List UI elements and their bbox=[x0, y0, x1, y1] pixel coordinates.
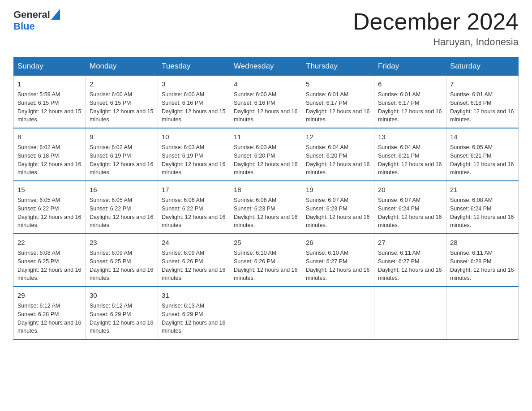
calendar-cell bbox=[374, 287, 446, 339]
day-info: Sunrise: 5:59 AMSunset: 6:15 PMDaylight:… bbox=[17, 90, 82, 124]
day-info: Sunrise: 6:02 AMSunset: 6:19 PMDaylight:… bbox=[90, 143, 154, 177]
day-number: 28 bbox=[450, 238, 515, 247]
day-info: Sunrise: 6:03 AMSunset: 6:20 PMDaylight:… bbox=[234, 143, 298, 177]
day-number: 26 bbox=[306, 238, 370, 247]
day-info: Sunrise: 6:11 AMSunset: 6:28 PMDaylight:… bbox=[450, 249, 515, 283]
day-number: 5 bbox=[306, 79, 370, 89]
logo: General Blue bbox=[13, 9, 60, 32]
calendar-cell: 23Sunrise: 6:09 AMSunset: 6:25 PMDayligh… bbox=[86, 234, 158, 287]
calendar-table: SundayMondayTuesdayWednesdayThursdayFrid… bbox=[13, 57, 519, 340]
day-number: 8 bbox=[17, 132, 82, 141]
day-number: 4 bbox=[234, 79, 298, 89]
logo-general-text: General bbox=[13, 9, 50, 21]
calendar-cell: 25Sunrise: 6:10 AMSunset: 6:26 PMDayligh… bbox=[230, 234, 302, 287]
calendar-cell: 20Sunrise: 6:07 AMSunset: 6:24 PMDayligh… bbox=[374, 181, 446, 234]
day-of-week-header: Tuesday bbox=[158, 57, 230, 76]
day-info: Sunrise: 6:04 AMSunset: 6:20 PMDaylight:… bbox=[306, 143, 370, 177]
day-info: Sunrise: 6:00 AMSunset: 6:15 PMDaylight:… bbox=[90, 90, 154, 124]
day-info: Sunrise: 6:03 AMSunset: 6:19 PMDaylight:… bbox=[162, 143, 226, 177]
day-number: 12 bbox=[306, 132, 370, 141]
calendar-cell: 28Sunrise: 6:11 AMSunset: 6:28 PMDayligh… bbox=[446, 234, 519, 287]
calendar-week-row: 15Sunrise: 6:05 AMSunset: 6:22 PMDayligh… bbox=[14, 181, 519, 234]
page-header: General Blue December 2024 Haruyan, Indo… bbox=[13, 9, 519, 48]
day-info: Sunrise: 6:09 AMSunset: 6:25 PMDaylight:… bbox=[90, 249, 154, 283]
calendar-cell: 9Sunrise: 6:02 AMSunset: 6:19 PMDaylight… bbox=[86, 128, 158, 181]
calendar-cell bbox=[230, 287, 302, 339]
day-info: Sunrise: 6:01 AMSunset: 6:17 PMDaylight:… bbox=[306, 90, 370, 124]
day-of-week-header: Wednesday bbox=[230, 57, 302, 76]
calendar-header-row: SundayMondayTuesdayWednesdayThursdayFrid… bbox=[14, 57, 519, 76]
day-number: 11 bbox=[234, 132, 298, 141]
day-number: 6 bbox=[378, 79, 442, 89]
calendar-cell: 31Sunrise: 6:13 AMSunset: 6:29 PMDayligh… bbox=[158, 287, 230, 339]
calendar-cell: 8Sunrise: 6:02 AMSunset: 6:18 PMDaylight… bbox=[14, 128, 86, 181]
calendar-cell: 24Sunrise: 6:09 AMSunset: 6:26 PMDayligh… bbox=[158, 234, 230, 287]
day-number: 15 bbox=[17, 185, 82, 194]
day-number: 17 bbox=[162, 185, 226, 194]
day-number: 1 bbox=[17, 79, 82, 89]
day-info: Sunrise: 6:07 AMSunset: 6:24 PMDaylight:… bbox=[378, 196, 442, 230]
day-of-week-header: Thursday bbox=[302, 57, 374, 76]
day-info: Sunrise: 6:05 AMSunset: 6:22 PMDaylight:… bbox=[17, 196, 82, 230]
day-info: Sunrise: 6:01 AMSunset: 6:17 PMDaylight:… bbox=[378, 90, 442, 124]
calendar-cell: 26Sunrise: 6:10 AMSunset: 6:27 PMDayligh… bbox=[302, 234, 374, 287]
day-number: 23 bbox=[90, 238, 154, 247]
day-number: 10 bbox=[162, 132, 226, 141]
calendar-week-row: 29Sunrise: 6:12 AMSunset: 6:28 PMDayligh… bbox=[14, 287, 519, 339]
calendar-header-right: December 2024 Haruyan, Indonesia bbox=[353, 9, 519, 48]
calendar-cell: 12Sunrise: 6:04 AMSunset: 6:20 PMDayligh… bbox=[302, 128, 374, 181]
day-number: 2 bbox=[90, 79, 154, 89]
calendar-cell: 4Sunrise: 6:00 AMSunset: 6:16 PMDaylight… bbox=[230, 76, 302, 128]
day-info: Sunrise: 6:10 AMSunset: 6:26 PMDaylight:… bbox=[234, 249, 298, 283]
calendar-subtitle: Haruyan, Indonesia bbox=[353, 36, 519, 48]
calendar-cell: 14Sunrise: 6:05 AMSunset: 6:21 PMDayligh… bbox=[446, 128, 519, 181]
day-number: 3 bbox=[162, 79, 226, 89]
calendar-cell: 1Sunrise: 5:59 AMSunset: 6:15 PMDaylight… bbox=[14, 76, 86, 128]
day-number: 14 bbox=[450, 132, 515, 141]
day-number: 18 bbox=[234, 185, 298, 194]
calendar-cell: 22Sunrise: 6:08 AMSunset: 6:25 PMDayligh… bbox=[14, 234, 86, 287]
calendar-cell: 11Sunrise: 6:03 AMSunset: 6:20 PMDayligh… bbox=[230, 128, 302, 181]
day-info: Sunrise: 6:10 AMSunset: 6:27 PMDaylight:… bbox=[306, 249, 370, 283]
calendar-cell: 6Sunrise: 6:01 AMSunset: 6:17 PMDaylight… bbox=[374, 76, 446, 128]
day-number: 16 bbox=[90, 185, 154, 194]
calendar-cell: 2Sunrise: 6:00 AMSunset: 6:15 PMDaylight… bbox=[86, 76, 158, 128]
day-number: 22 bbox=[17, 238, 82, 247]
day-info: Sunrise: 6:08 AMSunset: 6:24 PMDaylight:… bbox=[450, 196, 515, 230]
calendar-week-row: 8Sunrise: 6:02 AMSunset: 6:18 PMDaylight… bbox=[14, 128, 519, 181]
calendar-cell: 19Sunrise: 6:07 AMSunset: 6:23 PMDayligh… bbox=[302, 181, 374, 234]
day-number: 13 bbox=[378, 132, 442, 141]
day-of-week-header: Friday bbox=[374, 57, 446, 76]
day-number: 24 bbox=[162, 238, 226, 247]
calendar-cell: 7Sunrise: 6:01 AMSunset: 6:18 PMDaylight… bbox=[446, 76, 519, 128]
day-info: Sunrise: 6:05 AMSunset: 6:22 PMDaylight:… bbox=[90, 196, 154, 230]
calendar-cell: 10Sunrise: 6:03 AMSunset: 6:19 PMDayligh… bbox=[158, 128, 230, 181]
day-info: Sunrise: 6:07 AMSunset: 6:23 PMDaylight:… bbox=[306, 196, 370, 230]
logo-triangle-icon bbox=[51, 9, 60, 20]
day-info: Sunrise: 6:02 AMSunset: 6:18 PMDaylight:… bbox=[17, 143, 82, 177]
calendar-week-row: 1Sunrise: 5:59 AMSunset: 6:15 PMDaylight… bbox=[14, 76, 519, 128]
calendar-cell: 21Sunrise: 6:08 AMSunset: 6:24 PMDayligh… bbox=[446, 181, 519, 234]
day-info: Sunrise: 6:00 AMSunset: 6:16 PMDaylight:… bbox=[234, 90, 298, 124]
calendar-cell: 3Sunrise: 6:00 AMSunset: 6:16 PMDaylight… bbox=[158, 76, 230, 128]
day-info: Sunrise: 6:08 AMSunset: 6:25 PMDaylight:… bbox=[17, 249, 82, 283]
day-of-week-header: Sunday bbox=[14, 57, 86, 76]
day-of-week-header: Saturday bbox=[446, 57, 519, 76]
calendar-title: December 2024 bbox=[353, 9, 519, 34]
calendar-cell: 16Sunrise: 6:05 AMSunset: 6:22 PMDayligh… bbox=[86, 181, 158, 234]
calendar-cell: 30Sunrise: 6:12 AMSunset: 6:29 PMDayligh… bbox=[86, 287, 158, 339]
day-info: Sunrise: 6:04 AMSunset: 6:21 PMDaylight:… bbox=[378, 143, 442, 177]
calendar-cell: 18Sunrise: 6:06 AMSunset: 6:23 PMDayligh… bbox=[230, 181, 302, 234]
day-info: Sunrise: 6:05 AMSunset: 6:21 PMDaylight:… bbox=[450, 143, 515, 177]
calendar-cell: 5Sunrise: 6:01 AMSunset: 6:17 PMDaylight… bbox=[302, 76, 374, 128]
day-info: Sunrise: 6:12 AMSunset: 6:28 PMDaylight:… bbox=[17, 302, 82, 335]
day-info: Sunrise: 6:13 AMSunset: 6:29 PMDaylight:… bbox=[162, 302, 226, 335]
calendar-cell: 17Sunrise: 6:06 AMSunset: 6:22 PMDayligh… bbox=[158, 181, 230, 234]
day-number: 9 bbox=[90, 132, 154, 141]
day-number: 30 bbox=[90, 291, 154, 300]
calendar-cell bbox=[446, 287, 519, 339]
calendar-cell: 29Sunrise: 6:12 AMSunset: 6:28 PMDayligh… bbox=[14, 287, 86, 339]
day-number: 20 bbox=[378, 185, 442, 194]
day-number: 29 bbox=[17, 291, 82, 300]
calendar-cell bbox=[302, 287, 374, 339]
